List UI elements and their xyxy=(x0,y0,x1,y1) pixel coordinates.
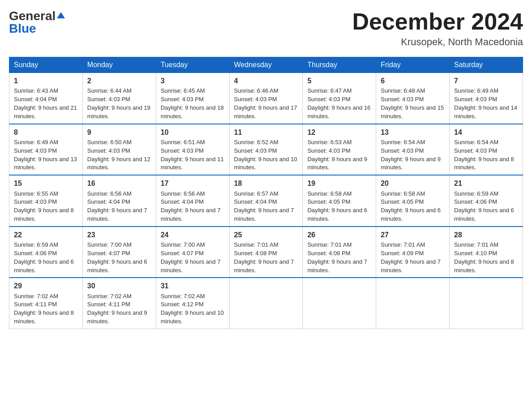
day-number: 1 xyxy=(14,76,78,86)
table-row: 21Sunrise: 6:59 AMSunset: 4:06 PMDayligh… xyxy=(450,175,523,227)
day-number: 31 xyxy=(161,281,225,291)
table-row: 9Sunrise: 6:50 AMSunset: 4:03 PMDaylight… xyxy=(82,124,156,176)
table-row xyxy=(229,278,303,329)
table-row: 5Sunrise: 6:47 AMSunset: 4:03 PMDaylight… xyxy=(303,73,376,124)
table-row: 24Sunrise: 7:00 AMSunset: 4:07 PMDayligh… xyxy=(156,227,229,278)
col-wednesday: Wednesday xyxy=(229,57,303,73)
logo-triangle-icon xyxy=(57,12,65,18)
table-row: 20Sunrise: 6:58 AMSunset: 4:05 PMDayligh… xyxy=(376,175,450,227)
day-number: 9 xyxy=(87,127,151,137)
day-number: 29 xyxy=(14,281,78,291)
table-row: 16Sunrise: 6:56 AMSunset: 4:04 PMDayligh… xyxy=(82,175,156,227)
logo: General Blue xyxy=(9,9,65,36)
day-number: 28 xyxy=(454,230,518,240)
day-number: 12 xyxy=(307,127,371,137)
day-number: 7 xyxy=(454,76,518,86)
table-row: 26Sunrise: 7:01 AMSunset: 4:08 PMDayligh… xyxy=(303,227,376,278)
table-row xyxy=(303,278,376,329)
day-number: 23 xyxy=(87,230,151,240)
calendar-week-row: 15Sunrise: 6:55 AMSunset: 4:03 PMDayligh… xyxy=(9,175,523,227)
table-row: 15Sunrise: 6:55 AMSunset: 4:03 PMDayligh… xyxy=(9,175,83,227)
calendar-table: Sunday Monday Tuesday Wednesday Thursday… xyxy=(9,57,523,329)
day-number: 13 xyxy=(381,127,445,137)
table-row xyxy=(450,278,523,329)
table-row: 22Sunrise: 6:59 AMSunset: 4:06 PMDayligh… xyxy=(9,227,83,278)
day-number: 15 xyxy=(14,178,78,188)
day-number: 14 xyxy=(454,127,518,137)
day-number: 2 xyxy=(87,76,151,86)
month-title: December 2024 xyxy=(352,9,523,34)
day-number: 17 xyxy=(161,178,225,188)
day-number: 19 xyxy=(307,178,371,188)
table-row: 29Sunrise: 7:02 AMSunset: 4:11 PMDayligh… xyxy=(9,278,83,329)
table-row: 30Sunrise: 7:02 AMSunset: 4:11 PMDayligh… xyxy=(82,278,156,329)
day-number: 6 xyxy=(381,76,445,86)
day-number: 30 xyxy=(87,281,151,291)
day-number: 11 xyxy=(234,127,298,137)
table-row: 11Sunrise: 6:52 AMSunset: 4:03 PMDayligh… xyxy=(229,124,303,176)
calendar-header-row: Sunday Monday Tuesday Wednesday Thursday… xyxy=(9,57,523,73)
table-row: 8Sunrise: 6:49 AMSunset: 4:03 PMDaylight… xyxy=(9,124,83,176)
day-number: 22 xyxy=(14,230,78,240)
page-header: General Blue December 2024 Krusopek, Nor… xyxy=(9,9,523,48)
col-saturday: Saturday xyxy=(450,57,523,73)
table-row: 28Sunrise: 7:01 AMSunset: 4:10 PMDayligh… xyxy=(450,227,523,278)
table-row: 31Sunrise: 7:02 AMSunset: 4:12 PMDayligh… xyxy=(156,278,229,329)
table-row: 13Sunrise: 6:54 AMSunset: 4:03 PMDayligh… xyxy=(376,124,450,176)
col-sunday: Sunday xyxy=(9,57,83,73)
table-row xyxy=(376,278,450,329)
day-number: 8 xyxy=(14,127,78,137)
location-subtitle: Krusopek, North Macedonia xyxy=(352,36,523,48)
table-row: 18Sunrise: 6:57 AMSunset: 4:04 PMDayligh… xyxy=(229,175,303,227)
day-number: 16 xyxy=(87,178,151,188)
day-number: 25 xyxy=(234,230,298,240)
day-number: 26 xyxy=(307,230,371,240)
day-number: 18 xyxy=(234,178,298,188)
col-monday: Monday xyxy=(82,57,156,73)
day-number: 21 xyxy=(454,178,518,188)
calendar-week-row: 8Sunrise: 6:49 AMSunset: 4:03 PMDaylight… xyxy=(9,124,523,176)
day-number: 5 xyxy=(307,76,371,86)
calendar-week-row: 1Sunrise: 6:43 AMSunset: 4:04 PMDaylight… xyxy=(9,73,523,124)
table-row: 14Sunrise: 6:54 AMSunset: 4:03 PMDayligh… xyxy=(450,124,523,176)
table-row: 2Sunrise: 6:44 AMSunset: 4:03 PMDaylight… xyxy=(82,73,156,124)
table-row: 27Sunrise: 7:01 AMSunset: 4:09 PMDayligh… xyxy=(376,227,450,278)
table-row: 6Sunrise: 6:48 AMSunset: 4:03 PMDaylight… xyxy=(376,73,450,124)
table-row: 7Sunrise: 6:49 AMSunset: 4:03 PMDaylight… xyxy=(450,73,523,124)
calendar-week-row: 29Sunrise: 7:02 AMSunset: 4:11 PMDayligh… xyxy=(9,278,523,329)
table-row: 19Sunrise: 6:58 AMSunset: 4:05 PMDayligh… xyxy=(303,175,376,227)
table-row: 3Sunrise: 6:45 AMSunset: 4:03 PMDaylight… xyxy=(156,73,229,124)
day-number: 27 xyxy=(381,230,445,240)
day-number: 10 xyxy=(161,127,225,137)
table-row: 23Sunrise: 7:00 AMSunset: 4:07 PMDayligh… xyxy=(82,227,156,278)
table-row: 12Sunrise: 6:53 AMSunset: 4:03 PMDayligh… xyxy=(303,124,376,176)
title-block: December 2024 Krusopek, North Macedonia xyxy=(352,9,523,48)
table-row: 25Sunrise: 7:01 AMSunset: 4:08 PMDayligh… xyxy=(229,227,303,278)
day-number: 4 xyxy=(234,76,298,86)
table-row: 10Sunrise: 6:51 AMSunset: 4:03 PMDayligh… xyxy=(156,124,229,176)
day-number: 20 xyxy=(381,178,445,188)
calendar-week-row: 22Sunrise: 6:59 AMSunset: 4:06 PMDayligh… xyxy=(9,227,523,278)
day-number: 24 xyxy=(161,230,225,240)
table-row: 17Sunrise: 6:56 AMSunset: 4:04 PMDayligh… xyxy=(156,175,229,227)
col-friday: Friday xyxy=(376,57,450,73)
day-number: 3 xyxy=(161,76,225,86)
col-thursday: Thursday xyxy=(303,57,376,73)
col-tuesday: Tuesday xyxy=(156,57,229,73)
table-row: 4Sunrise: 6:46 AMSunset: 4:03 PMDaylight… xyxy=(229,73,303,124)
logo-blue-text: Blue xyxy=(9,21,36,36)
table-row: 1Sunrise: 6:43 AMSunset: 4:04 PMDaylight… xyxy=(9,73,83,124)
